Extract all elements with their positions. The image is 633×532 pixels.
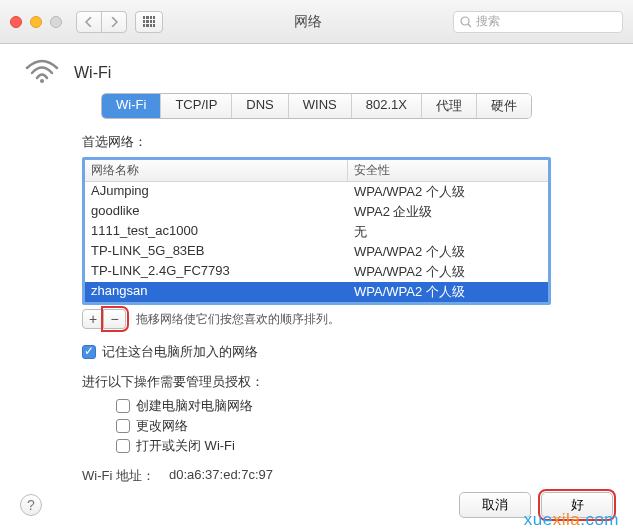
tab-8021x[interactable]: 802.1X bbox=[352, 94, 422, 118]
network-row[interactable]: goodlikeWPA2 企业级 bbox=[85, 202, 548, 222]
network-security: WPA/WPA2 个人级 bbox=[348, 182, 548, 202]
table-header: 网络名称 安全性 bbox=[85, 160, 548, 182]
search-placeholder: 搜索 bbox=[476, 13, 500, 30]
network-security: WPA2 企业级 bbox=[348, 202, 548, 222]
show-all-button[interactable] bbox=[135, 11, 163, 33]
window-title: 网络 bbox=[163, 13, 453, 31]
network-security: 无 bbox=[348, 222, 548, 242]
network-security: WPA/WPA2 个人级 bbox=[348, 262, 548, 282]
network-name: 1111_test_ac1000 bbox=[85, 222, 348, 242]
watermark: xuexila.com bbox=[524, 510, 619, 530]
admin-opt-label: 打开或关闭 Wi-Fi bbox=[136, 437, 235, 455]
wifi-icon bbox=[24, 58, 60, 87]
network-name: TP-LINK_2.4G_FC7793 bbox=[85, 262, 348, 282]
network-row[interactable]: 1111_test_ac1000无 bbox=[85, 222, 548, 242]
zoom-window-icon bbox=[50, 16, 62, 28]
network-row[interactable]: TP-LINK_5G_83EBWPA/WPA2 个人级 bbox=[85, 242, 548, 262]
network-name: AJumping bbox=[85, 182, 348, 202]
svg-point-2 bbox=[40, 79, 44, 83]
tab-wins[interactable]: WINS bbox=[289, 94, 352, 118]
remove-network-button[interactable]: − bbox=[104, 309, 126, 329]
network-name: zhangsan bbox=[85, 282, 348, 302]
tab-bar: Wi-FiTCP/IPDNSWINS802.1X代理硬件 bbox=[20, 93, 613, 119]
network-security: WPA/WPA2 个人级 bbox=[348, 282, 548, 302]
preferred-networks-label: 首选网络： bbox=[82, 133, 613, 151]
network-name: TP-LINK_5G_83EB bbox=[85, 242, 348, 262]
page-heading: Wi-Fi bbox=[74, 64, 111, 82]
tab-[interactable]: 代理 bbox=[422, 94, 477, 118]
drag-hint: 拖移网络使它们按您喜欢的顺序排列。 bbox=[136, 311, 340, 328]
admin-opt-label: 创建电脑对电脑网络 bbox=[136, 397, 253, 415]
col-security[interactable]: 安全性 bbox=[348, 160, 548, 181]
network-name: goodlike bbox=[85, 202, 348, 222]
cancel-button[interactable]: 取消 bbox=[459, 492, 531, 518]
col-network-name[interactable]: 网络名称 bbox=[85, 160, 348, 181]
window-controls bbox=[10, 16, 62, 28]
network-security: WPA/WPA2 个人级 bbox=[348, 242, 548, 262]
nav-buttons bbox=[76, 11, 127, 33]
content-area: Wi-Fi Wi-FiTCP/IPDNSWINS802.1X代理硬件 首选网络：… bbox=[0, 44, 633, 485]
admin-opt-checkbox[interactable] bbox=[116, 399, 130, 413]
network-row[interactable]: zhangsanWPA/WPA2 个人级 bbox=[85, 282, 548, 302]
tab-[interactable]: 硬件 bbox=[477, 94, 531, 118]
forward-button[interactable] bbox=[101, 11, 127, 33]
admin-auth-label: 进行以下操作需要管理员授权： bbox=[82, 373, 613, 391]
add-network-button[interactable]: + bbox=[82, 309, 104, 329]
svg-line-1 bbox=[468, 24, 471, 27]
network-row[interactable]: TP-LINK_2.4G_FC7793WPA/WPA2 个人级 bbox=[85, 262, 548, 282]
svg-point-0 bbox=[461, 17, 469, 25]
minimize-window-icon[interactable] bbox=[30, 16, 42, 28]
admin-opt-label: 更改网络 bbox=[136, 417, 188, 435]
wifi-address-value: d0:a6:37:ed:7c:97 bbox=[169, 467, 273, 485]
admin-opt-checkbox[interactable] bbox=[116, 439, 130, 453]
back-button[interactable] bbox=[76, 11, 102, 33]
tab-wifi[interactable]: Wi-Fi bbox=[102, 94, 161, 118]
remember-checkbox[interactable] bbox=[82, 345, 96, 359]
admin-opt-checkbox[interactable] bbox=[116, 419, 130, 433]
search-input[interactable]: 搜索 bbox=[453, 11, 623, 33]
help-button[interactable]: ? bbox=[20, 494, 42, 516]
network-row[interactable]: AJumpingWPA/WPA2 个人级 bbox=[85, 182, 548, 202]
tab-dns[interactable]: DNS bbox=[232, 94, 288, 118]
networks-table[interactable]: 网络名称 安全性 AJumpingWPA/WPA2 个人级goodlikeWPA… bbox=[82, 157, 551, 305]
wifi-address-label: Wi-Fi 地址： bbox=[82, 467, 155, 485]
tab-tcpip[interactable]: TCP/IP bbox=[161, 94, 232, 118]
remember-label: 记住这台电脑所加入的网络 bbox=[102, 343, 258, 361]
close-window-icon[interactable] bbox=[10, 16, 22, 28]
titlebar: 网络 搜索 bbox=[0, 0, 633, 44]
